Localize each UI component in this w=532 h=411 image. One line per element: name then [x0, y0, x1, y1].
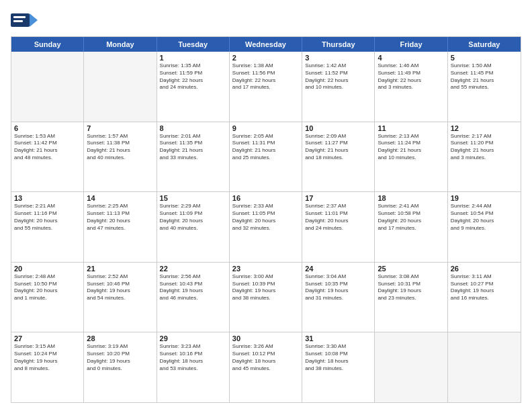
day-info-line: and 23 minutes.	[378, 295, 444, 302]
day-info-line: Sunset: 10:31 PM	[378, 281, 444, 288]
day-info-line: Sunrise: 3:23 AM	[160, 343, 226, 351]
day-number: 30	[232, 334, 299, 342]
day-info-line: Sunrise: 2:21 AM	[14, 203, 81, 210]
day-info-line: Daylight: 21 hours	[232, 147, 299, 154]
day-info-line: Sunset: 11:09 PM	[160, 210, 226, 218]
day-cell-22: 22Sunrise: 2:56 AMSunset: 10:43 PMDaylig…	[157, 263, 230, 332]
day-info-line: Sunrise: 2:17 AM	[451, 133, 518, 140]
day-info-line: Sunrise: 2:41 AM	[378, 203, 444, 210]
day-info-line: Daylight: 19 hours	[378, 287, 444, 295]
day-info-line: Sunset: 11:59 PM	[160, 70, 226, 77]
day-info-line: Sunrise: 1:46 AM	[378, 62, 444, 70]
day-number: 5	[451, 54, 518, 62]
day-info-line: and 10 minutes.	[378, 154, 444, 162]
day-cell-18: 18Sunrise: 2:41 AMSunset: 10:58 PMDaylig…	[375, 192, 447, 262]
day-number: 7	[87, 124, 153, 132]
day-number: 29	[160, 334, 226, 342]
day-info-line: Sunset: 11:16 PM	[14, 210, 81, 218]
svg-marker-1	[30, 13, 38, 27]
svg-rect-2	[13, 16, 26, 18]
day-cell-9: 9Sunrise: 2:05 AMSunset: 11:31 PMDayligh…	[230, 122, 302, 192]
day-info-line: and 54 minutes.	[87, 295, 153, 302]
day-info-line: and 47 minutes.	[87, 225, 153, 232]
day-cell-1: 1Sunrise: 1:35 AMSunset: 11:59 PMDayligh…	[157, 52, 230, 122]
day-info-line: Sunset: 10:54 PM	[451, 210, 518, 218]
day-info-line: Daylight: 19 hours	[451, 287, 518, 295]
day-number: 21	[87, 265, 153, 273]
day-info-line: Sunset: 10:39 PM	[232, 281, 299, 288]
day-cell-10: 10Sunrise: 2:09 AMSunset: 11:27 PMDaylig…	[302, 122, 375, 192]
day-number: 27	[14, 334, 81, 342]
day-info-line: Daylight: 19 hours	[14, 358, 81, 365]
day-number: 23	[232, 265, 299, 273]
day-number: 16	[232, 194, 299, 202]
day-number: 2	[232, 54, 299, 62]
day-info-line: Sunrise: 1:38 AM	[232, 62, 299, 70]
day-info-line: Sunrise: 3:15 AM	[14, 343, 81, 351]
empty-cell	[84, 52, 157, 122]
day-info-line: Sunset: 11:42 PM	[14, 140, 81, 147]
day-info-line: Sunset: 10:20 PM	[87, 351, 153, 358]
day-number: 12	[451, 124, 518, 132]
day-info-line: Daylight: 20 hours	[378, 218, 444, 225]
day-info-line: Sunset: 10:12 PM	[232, 351, 299, 358]
day-info-line: Sunset: 10:27 PM	[451, 281, 518, 288]
day-info-line: Daylight: 21 hours	[14, 147, 81, 154]
day-info-line: Sunrise: 3:19 AM	[87, 343, 153, 351]
weekday-header-thursday: Thursday	[302, 37, 375, 52]
day-number: 17	[305, 194, 371, 202]
day-info-line: Daylight: 19 hours	[87, 358, 153, 365]
day-info-line: and 48 minutes.	[14, 154, 81, 162]
day-info-line: Sunset: 11:27 PM	[305, 140, 371, 147]
day-info-line: Sunrise: 2:37 AM	[305, 203, 371, 210]
day-info-line: Daylight: 19 hours	[232, 287, 299, 295]
day-info-line: Sunrise: 1:53 AM	[14, 133, 81, 140]
weekday-header-friday: Friday	[375, 37, 447, 52]
day-info-line: Sunset: 10:50 PM	[14, 281, 81, 288]
day-info-line: Daylight: 20 hours	[232, 218, 299, 225]
day-info-line: Daylight: 20 hours	[14, 218, 81, 225]
day-number: 14	[87, 194, 153, 202]
calendar: SundayMondayTuesdayWednesdayThursdayFrid…	[11, 36, 521, 403]
day-info-line: and 1 minute.	[14, 295, 81, 302]
day-info-line: and 18 minutes.	[305, 154, 371, 162]
day-info-line: Sunrise: 1:57 AM	[87, 133, 153, 140]
day-info-line: and 53 minutes.	[160, 365, 226, 373]
day-info-line: Sunset: 11:52 PM	[305, 70, 371, 77]
svg-rect-3	[13, 20, 23, 22]
day-info-line: Daylight: 20 hours	[87, 218, 153, 225]
day-number: 6	[14, 124, 81, 132]
day-info-line: and 3 minutes.	[451, 154, 518, 162]
logo-icon	[11, 8, 38, 32]
day-info-line: Sunrise: 2:05 AM	[232, 133, 299, 140]
day-info-line: Sunset: 10:08 PM	[305, 351, 371, 358]
day-info-line: Sunrise: 2:33 AM	[232, 203, 299, 210]
day-cell-5: 5Sunrise: 1:50 AMSunset: 11:45 PMDayligh…	[448, 52, 521, 122]
week-row-3: 13Sunrise: 2:21 AMSunset: 11:16 PMDaylig…	[11, 192, 521, 263]
calendar-header: SundayMondayTuesdayWednesdayThursdayFrid…	[11, 37, 521, 52]
day-cell-16: 16Sunrise: 2:33 AMSunset: 11:05 PMDaylig…	[230, 192, 302, 262]
page: SundayMondayTuesdayWednesdayThursdayFrid…	[0, 0, 532, 411]
day-info-line: Sunset: 10:16 PM	[160, 351, 226, 358]
day-info-line: Daylight: 20 hours	[451, 218, 518, 225]
day-info-line: and 31 minutes.	[305, 295, 371, 302]
day-info-line: Sunset: 10:35 PM	[305, 281, 371, 288]
day-cell-4: 4Sunrise: 1:46 AMSunset: 11:49 PMDayligh…	[375, 52, 447, 122]
day-cell-28: 28Sunrise: 3:19 AMSunset: 10:20 PMDaylig…	[84, 332, 157, 402]
day-info-line: Sunset: 11:13 PM	[87, 210, 153, 218]
weekday-header-wednesday: Wednesday	[230, 37, 302, 52]
day-cell-25: 25Sunrise: 3:08 AMSunset: 10:31 PMDaylig…	[375, 263, 447, 332]
day-cell-3: 3Sunrise: 1:42 AMSunset: 11:52 PMDayligh…	[302, 52, 375, 122]
day-info-line: and 40 minutes.	[160, 225, 226, 232]
day-cell-19: 19Sunrise: 2:44 AMSunset: 10:54 PMDaylig…	[448, 192, 521, 262]
day-info-line: Sunrise: 3:30 AM	[305, 343, 371, 351]
week-row-2: 6Sunrise: 1:53 AMSunset: 11:42 PMDayligh…	[11, 122, 521, 193]
weekday-header-sunday: Sunday	[11, 37, 84, 52]
day-cell-8: 8Sunrise: 2:01 AMSunset: 11:35 PMDayligh…	[157, 122, 230, 192]
day-number: 9	[232, 124, 299, 132]
day-info-line: and 55 minutes.	[14, 225, 81, 232]
day-info-line: Daylight: 18 hours	[232, 358, 299, 365]
day-info-line: and 46 minutes.	[160, 295, 226, 302]
day-info-line: and 45 minutes.	[232, 365, 299, 373]
day-info-line: and 24 minutes.	[305, 225, 371, 232]
